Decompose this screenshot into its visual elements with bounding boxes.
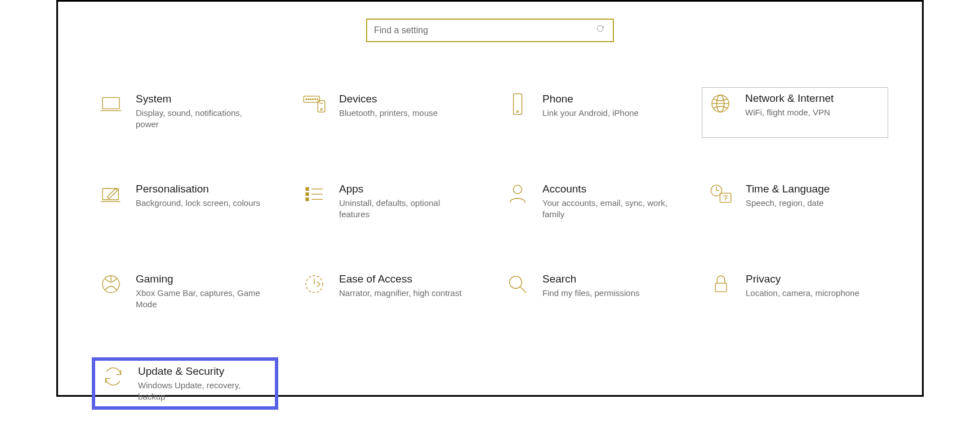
svg-text:字: 字 — [723, 195, 729, 201]
category-desc: Bluetooth, printers, mouse — [339, 107, 469, 119]
category-accounts[interactable]: Accounts Your accounts, email, sync, wor… — [498, 177, 685, 228]
lock-icon — [709, 272, 733, 297]
svg-point-10 — [317, 98, 318, 100]
time-language-icon: 字 — [709, 182, 733, 207]
category-apps[interactable]: Apps Uninstall, defaults, optional featu… — [295, 177, 482, 228]
svg-rect-23 — [306, 198, 309, 201]
category-title: Privacy — [746, 273, 881, 285]
category-desc: Windows Update, recovery, backup — [138, 380, 268, 403]
svg-point-13 — [320, 109, 322, 110]
category-title: Accounts — [542, 183, 678, 195]
category-title: Phone — [542, 93, 678, 105]
category-desc: WiFi, flight mode, VPN — [745, 107, 875, 118]
search-container — [86, 19, 894, 42]
category-desc: Xbox Game Bar, captures, Game Mode — [136, 288, 265, 311]
system-icon — [99, 92, 123, 116]
category-title: Apps — [339, 183, 475, 195]
phone-icon — [505, 92, 530, 116]
personalisation-icon — [99, 182, 123, 207]
svg-point-0 — [597, 25, 603, 32]
settings-grid: System Display, sound, notifications, po… — [86, 87, 894, 410]
svg-rect-2 — [103, 97, 119, 109]
category-title: Update & Security — [138, 365, 269, 378]
category-system[interactable]: System Display, sound, notifications, po… — [92, 87, 278, 138]
category-title: Ease of Access — [339, 273, 475, 285]
gaming-icon — [99, 272, 123, 297]
svg-point-5 — [306, 98, 307, 100]
svg-point-6 — [308, 98, 309, 100]
category-time-language[interactable]: 字 Time & Language Speech, region, date — [702, 177, 888, 228]
search-input[interactable] — [374, 25, 596, 35]
svg-point-8 — [313, 98, 314, 100]
category-desc: Speech, region, date — [746, 198, 875, 209]
category-desc: Your accounts, email, sync, work, family — [542, 198, 672, 221]
svg-point-37 — [510, 276, 522, 289]
category-desc: Link your Android, iPhone — [542, 107, 672, 119]
category-title: System — [136, 93, 271, 105]
svg-rect-21 — [306, 187, 309, 190]
category-gaming[interactable]: Gaming Xbox Game Bar, captures, Game Mod… — [92, 267, 278, 318]
search-icon — [596, 24, 606, 37]
category-desc: Uninstall, defaults, optional features — [339, 198, 469, 221]
category-desc: Narrator, magnifier, high contrast — [339, 288, 469, 299]
category-privacy[interactable]: Privacy Location, camera, microphone — [702, 267, 888, 318]
svg-rect-39 — [715, 283, 727, 291]
category-devices[interactable]: Devices Bluetooth, printers, mouse — [295, 87, 482, 138]
category-title: Personalisation — [136, 183, 271, 195]
globe-icon — [708, 91, 733, 116]
magnifier-icon — [505, 272, 530, 297]
category-desc: Background, lock screen, colours — [136, 198, 265, 209]
search-box[interactable] — [366, 19, 614, 42]
svg-rect-22 — [306, 193, 309, 196]
category-title: Search — [542, 273, 678, 285]
settings-window: System Display, sound, notifications, po… — [56, 0, 924, 397]
ease-of-access-icon — [302, 272, 327, 297]
category-desc: Find my files, permissions — [542, 288, 672, 299]
svg-point-15 — [517, 111, 519, 113]
apps-icon — [302, 182, 327, 207]
category-ease-of-access[interactable]: Ease of Access Narrator, magnifier, high… — [295, 267, 482, 318]
category-network-internet[interactable]: Network & Internet WiFi, flight mode, VP… — [702, 87, 888, 138]
category-title: Network & Internet — [745, 92, 882, 105]
update-icon — [101, 364, 126, 389]
category-phone[interactable]: Phone Link your Android, iPhone — [498, 87, 685, 138]
accounts-icon — [505, 182, 530, 207]
svg-point-9 — [315, 98, 316, 100]
svg-line-38 — [520, 287, 526, 293]
category-desc: Location, camera, microphone — [746, 288, 875, 299]
category-search[interactable]: Search Find my files, permissions — [498, 267, 685, 318]
category-title: Gaming — [136, 273, 271, 285]
category-title: Time & Language — [746, 183, 881, 195]
devices-icon — [302, 92, 327, 116]
category-desc: Display, sound, notifications, power — [136, 107, 265, 131]
category-title: Devices — [339, 93, 475, 105]
svg-point-27 — [514, 185, 522, 194]
category-update-security[interactable]: Update & Security Windows Update, recove… — [92, 357, 278, 410]
svg-rect-14 — [514, 94, 522, 115]
svg-point-7 — [310, 98, 311, 100]
category-personalisation[interactable]: Personalisation Background, lock screen,… — [92, 177, 278, 228]
